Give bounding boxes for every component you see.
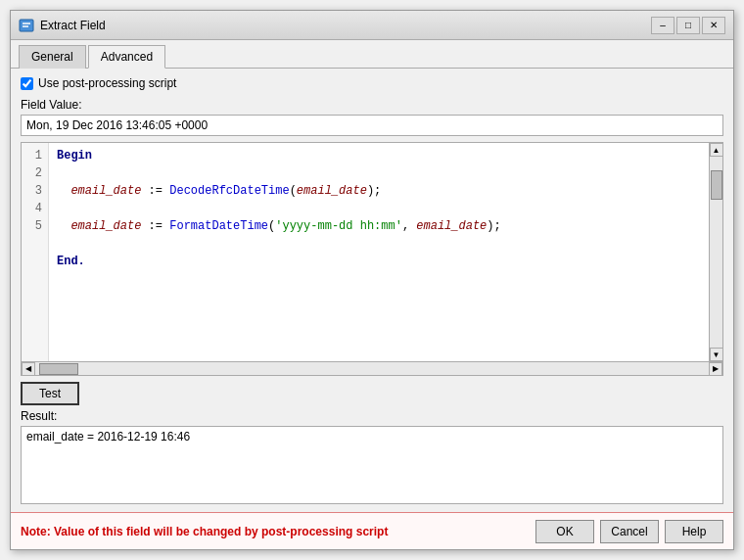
code-line-4: End. [57,253,701,270]
scroll-down-btn[interactable]: ▼ [710,348,723,361]
ok-button[interactable]: OK [535,520,594,543]
code-content-area[interactable]: Begin email_date := DecodeRfcDateTime(em… [49,143,709,361]
h-scroll-thumb[interactable] [39,363,78,375]
code-line-3: email_date := FormatDateTime('yyyy-mm-dd… [57,217,701,235]
vertical-scrollbar[interactable]: ▲ ▼ [709,143,722,361]
line-num-2: 2 [27,164,42,182]
post-processing-checkbox[interactable] [21,77,33,90]
test-button[interactable]: Test [21,382,79,405]
scroll-thumb[interactable] [711,170,722,200]
tab-general[interactable]: General [19,45,86,69]
title-bar: Extract Field – □ ✕ [11,11,733,40]
tab-bar: General Advanced [11,40,733,69]
code-editor-inner: 1 2 3 4 5 Begin email_date := DecodeRfcD… [22,143,722,361]
code-editor[interactable]: 1 2 3 4 5 Begin email_date := DecodeRfcD… [21,142,723,376]
line-numbers: 1 2 3 4 5 [22,143,49,361]
horizontal-scrollbar[interactable]: ◀ ▶ [22,361,722,375]
tab-advanced[interactable]: Advanced [88,45,165,69]
scroll-up-btn[interactable]: ▲ [710,143,723,157]
result-label: Result: [21,409,723,423]
tab-general-label: General [31,50,73,64]
code-line-2: email_date := DecodeRfcDateTime(email_da… [57,182,701,200]
line-num-3: 3 [27,182,42,200]
post-processing-checkbox-row: Use post-processing script [21,76,723,90]
result-textarea[interactable] [21,426,723,504]
code-line-1: Begin [57,147,701,164]
h-scroll-track[interactable] [35,362,709,376]
window-title: Extract Field [40,19,106,32]
title-bar-left: Extract Field [19,18,106,33]
line-num-1: 1 [27,147,42,164]
maximize-button[interactable]: □ [676,17,700,34]
close-button[interactable]: ✕ [702,17,725,34]
svg-rect-0 [20,20,33,31]
line-num-5: 5 [27,217,42,235]
content-area: Use post-processing script Field Value: … [11,69,733,512]
bottom-note: Note: Value of this field will be change… [21,525,388,538]
help-button[interactable]: Help [665,520,723,543]
main-window: Extract Field – □ ✕ General Advanced Use… [10,10,734,550]
minimize-button[interactable]: – [651,17,674,34]
post-processing-label: Use post-processing script [38,76,176,90]
title-bar-controls: – □ ✕ [651,17,725,34]
window-icon [19,18,34,33]
field-value-input[interactable] [21,115,723,136]
code-line-5 [57,288,701,305]
bottom-buttons: OK Cancel Help [535,520,723,543]
line-num-4: 4 [27,200,42,217]
bottom-bar: Note: Value of this field will be change… [11,512,733,549]
scroll-right-btn[interactable]: ▶ [709,362,722,376]
scroll-left-btn[interactable]: ◀ [22,362,35,376]
field-value-label: Field Value: [21,98,723,112]
cancel-button[interactable]: Cancel [600,520,659,543]
tab-advanced-label: Advanced [101,50,153,64]
